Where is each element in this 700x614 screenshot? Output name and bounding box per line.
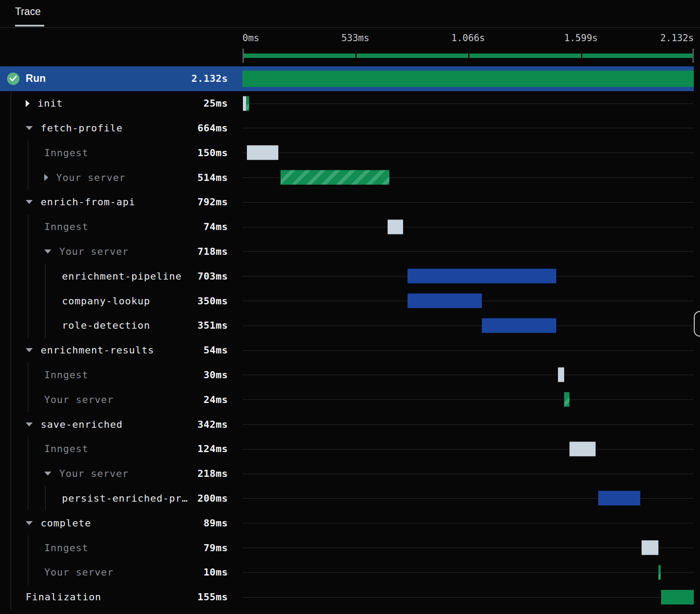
span-duration: 218ms: [0, 461, 228, 486]
trace-row-inngest[interactable]: Inngest79ms: [0, 535, 694, 560]
span-bar[interactable]: [564, 392, 569, 407]
span-duration: 30ms: [0, 363, 228, 388]
trace-row-run[interactable]: Run2.132s: [0, 66, 694, 91]
span-bar[interactable]: [661, 590, 694, 604]
span-timeline-cell: [242, 363, 694, 388]
row-baseline: [242, 449, 694, 449]
span-timeline-cell: [242, 437, 694, 461]
row-baseline: [242, 202, 694, 203]
span-duration: 703ms: [0, 264, 228, 288]
span-duration: 79ms: [0, 535, 228, 560]
row-baseline: [242, 251, 694, 252]
tab-trace[interactable]: Trace: [15, 6, 41, 18]
row-baseline: [242, 523, 694, 523]
span-timeline-cell: [242, 116, 694, 141]
axis-tick-label: 533ms: [341, 33, 369, 43]
ruler-tick-75: [581, 52, 582, 59]
axis-tick-label: 1.066s: [451, 33, 485, 43]
row-baseline: [242, 375, 694, 375]
header: Trace: [0, 0, 700, 28]
span-timeline-cell: [242, 313, 694, 338]
span-timeline-cell: [242, 412, 694, 437]
span-duration: 350ms: [0, 288, 228, 313]
row-baseline: [242, 326, 694, 326]
trace-row-your-server[interactable]: Your server10ms: [0, 560, 694, 585]
trace-row-inngest[interactable]: Inngest74ms: [0, 215, 694, 239]
span-bar[interactable]: [558, 368, 564, 382]
trace-row-your-server[interactable]: Your server218ms: [0, 461, 694, 486]
span-timeline-cell: [242, 264, 694, 288]
span-duration: 200ms: [0, 486, 228, 511]
trace-row-inngest[interactable]: Inngest150ms: [0, 140, 694, 165]
span-timeline-cell: [242, 239, 694, 264]
row-baseline: [242, 227, 694, 227]
span-duration: 89ms: [0, 510, 228, 535]
trace-row-inngest[interactable]: Inngest124ms: [0, 437, 694, 461]
span-timeline-cell: [242, 461, 694, 486]
span-timeline-cell: [242, 215, 694, 239]
row-baseline: [242, 474, 694, 474]
span-bar[interactable]: [388, 219, 403, 234]
trace-row-init[interactable]: init25ms: [0, 91, 694, 116]
ruler-tick-50: [468, 52, 469, 59]
span-timeline-cell: [242, 165, 694, 190]
span-bar[interactable]: [642, 541, 658, 555]
trace-span-list: Run2.132sinit25msfetch-profile664msInnge…: [0, 66, 694, 610]
span-timeline-cell: [242, 190, 694, 215]
side-panel-handle[interactable]: [694, 311, 700, 337]
row-baseline: [242, 424, 694, 425]
trace-row-inngest[interactable]: Inngest30ms: [0, 363, 694, 388]
span-duration: 54ms: [0, 338, 228, 363]
span-bar[interactable]: [242, 70, 694, 87]
trace-row-enrichment-pipeline[interactable]: enrichment-pipeline703ms: [0, 264, 694, 288]
trace-row-finalization[interactable]: Finalization155ms: [0, 585, 694, 610]
span-timeline-cell: [242, 585, 694, 610]
row-baseline: [242, 350, 694, 351]
timeline-axis: 0ms533ms1.066s1.599s2.132s: [242, 27, 694, 66]
span-duration: 342ms: [0, 412, 228, 437]
trace-row-fetch-profile[interactable]: fetch-profile664ms: [0, 116, 694, 141]
span-bar[interactable]: [482, 318, 556, 333]
span-bar[interactable]: [569, 441, 596, 456]
span-timeline-cell: [242, 66, 694, 91]
span-duration: 10ms: [0, 560, 228, 585]
span-timeline-cell: [242, 288, 694, 313]
tab-trace-label: Trace: [15, 6, 41, 17]
trace-row-enrich-from-api[interactable]: enrich-from-api792ms: [0, 190, 694, 215]
span-bar[interactable]: [246, 96, 249, 111]
ruler-tick-25: [355, 52, 357, 59]
span-duration: 155ms: [0, 585, 228, 610]
ruler-end-tick: [692, 49, 694, 63]
trace-row-enrichment-results[interactable]: enrichment-results54ms: [0, 338, 694, 363]
span-bar[interactable]: [281, 170, 389, 185]
span-bar[interactable]: [598, 491, 641, 506]
trace-row-your-server[interactable]: Your server24ms: [0, 387, 694, 412]
span-bar[interactable]: [408, 269, 556, 284]
axis-tick-label: 1.599s: [564, 33, 598, 43]
timeline-ruler[interactable]: [242, 49, 694, 63]
span-bar[interactable]: [408, 294, 481, 308]
span-timeline-cell: [242, 510, 694, 535]
span-bar[interactable]: [658, 565, 661, 579]
span-duration: 24ms: [0, 387, 228, 412]
span-duration: 718ms: [0, 239, 228, 264]
trace-row-persist-enriched-pr[interactable]: persist-enriched-pr…200ms: [0, 486, 694, 511]
span-bar[interactable]: [243, 96, 246, 111]
row-baseline: [242, 399, 694, 400]
row-baseline: [242, 104, 694, 104]
span-duration: 351ms: [0, 313, 228, 338]
span-duration: 150ms: [0, 140, 228, 165]
axis-tick-label: 2.132s: [660, 33, 694, 43]
span-duration: 2.132s: [0, 66, 228, 91]
trace-row-save-enriched[interactable]: save-enriched342ms: [0, 412, 694, 437]
span-timeline-cell: [242, 535, 694, 560]
span-bar[interactable]: [247, 146, 279, 160]
span-timeline-cell: [242, 560, 694, 585]
trace-row-your-server[interactable]: Your server718ms: [0, 239, 694, 264]
row-baseline: [242, 548, 694, 548]
trace-row-role-detection[interactable]: role-detection351ms: [0, 313, 694, 338]
axis-tick-label: 0ms: [242, 33, 259, 43]
trace-row-company-lookup[interactable]: company-lookup350ms: [0, 288, 694, 313]
trace-row-complete[interactable]: complete89ms: [0, 510, 694, 535]
trace-row-your-server[interactable]: Your server514ms: [0, 165, 694, 190]
